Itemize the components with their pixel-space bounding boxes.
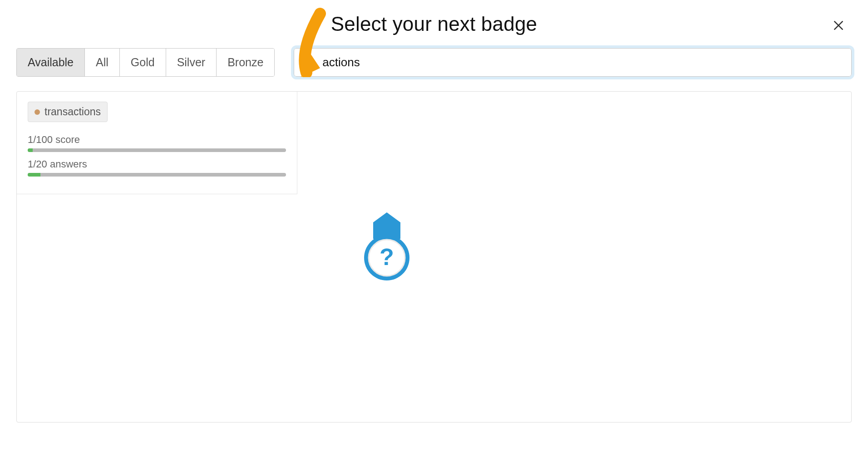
svg-line-2 <box>311 64 314 68</box>
progress-answers-label: 1/20 answers <box>28 158 286 170</box>
tab-bronze[interactable]: Bronze <box>217 49 274 76</box>
progress-answers-fill <box>28 173 40 177</box>
progress-score: 1/100 score <box>28 134 286 152</box>
svg-text:?: ? <box>380 244 394 270</box>
results-panel: transactions 1/100 score 1/20 answers ? <box>16 91 852 423</box>
search-input[interactable] <box>322 55 843 69</box>
close-icon <box>833 20 844 31</box>
progress-answers: 1/20 answers <box>28 158 286 177</box>
tab-gold[interactable]: Gold <box>120 49 166 76</box>
progress-score-bar <box>28 148 286 152</box>
tab-available[interactable]: Available <box>17 49 85 76</box>
close-button[interactable] <box>830 15 847 36</box>
tab-silver[interactable]: Silver <box>166 49 217 76</box>
progress-score-fill <box>28 148 33 152</box>
filter-tab-group: Available All Gold Silver Bronze <box>16 48 275 77</box>
badge-result-card[interactable]: transactions 1/100 score 1/20 answers <box>17 92 297 194</box>
bronze-dot-icon <box>35 109 40 115</box>
page-title: Select your next badge <box>331 13 537 35</box>
progress-answers-bar <box>28 173 286 177</box>
search-field-wrap[interactable] <box>294 48 852 77</box>
badge-tag-label: transactions <box>44 106 101 118</box>
progress-score-label: 1/100 score <box>28 134 286 146</box>
tab-all[interactable]: All <box>85 49 120 76</box>
badge-tag[interactable]: transactions <box>28 102 108 122</box>
filter-row: Available All Gold Silver Bronze <box>16 48 852 77</box>
placeholder-badge-icon: ? <box>364 212 409 285</box>
search-icon <box>302 56 316 69</box>
